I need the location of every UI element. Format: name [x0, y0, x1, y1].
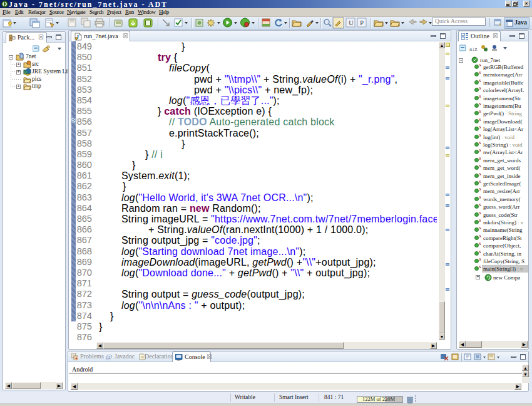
svg-text:U: U: [349, 19, 354, 26]
svg-text:a↓z: a↓z: [469, 46, 478, 52]
svg-text:P: P: [360, 19, 364, 26]
